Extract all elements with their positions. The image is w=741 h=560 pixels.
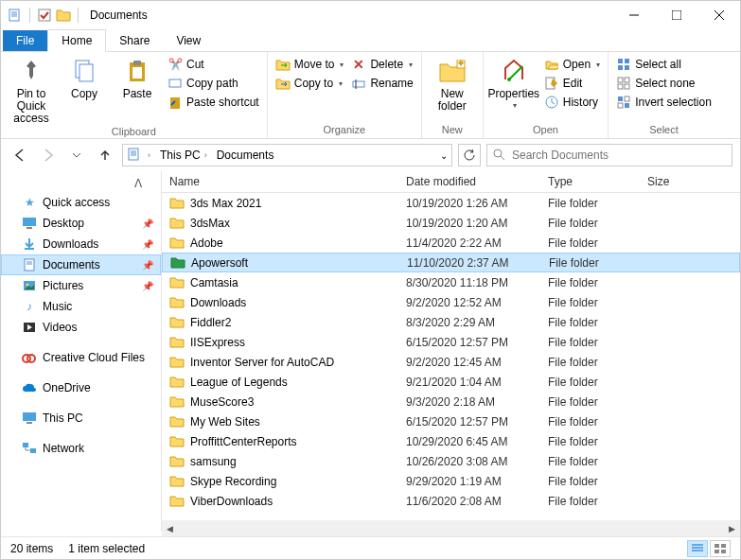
- collapse-nav-icon[interactable]: ᐱ: [1, 177, 161, 192]
- ribbon: Pin to Quick access Copy Paste ✂️Cut Cop…: [1, 52, 740, 139]
- copy-to-button[interactable]: Copy to▾: [273, 75, 346, 92]
- file-row[interactable]: 3dsMax10/19/2020 1:20 AMFile folder: [162, 213, 740, 233]
- nav-up-button[interactable]: [94, 144, 116, 166]
- pin-icon: 📌: [142, 219, 153, 229]
- file-row[interactable]: IISExpress6/15/2020 12:57 PMFile folder: [162, 332, 740, 352]
- svg-rect-23: [618, 59, 623, 63]
- new-folder-button[interactable]: ✦New folder: [428, 56, 477, 113]
- file-row[interactable]: Apowersoft11/10/2020 2:37 AMFile folder: [162, 253, 740, 272]
- file-row[interactable]: ViberDownloads11/6/2020 2:08 AMFile fold…: [162, 491, 740, 511]
- group-label-clipboard: Clipboard: [7, 126, 261, 138]
- invert-selection-button[interactable]: Invert selection: [614, 94, 714, 111]
- qat-properties-icon[interactable]: [7, 7, 24, 24]
- view-details-button[interactable]: [687, 540, 708, 557]
- file-list-area: Name Date modified Type Size 3ds Max 202…: [162, 171, 740, 531]
- copy-button[interactable]: Copy: [60, 56, 109, 100]
- nav-back-button[interactable]: [9, 144, 31, 166]
- properties-button[interactable]: Properties▾: [489, 56, 538, 111]
- delete-button[interactable]: ✕Delete▾: [349, 56, 415, 73]
- file-row[interactable]: MuseScore39/3/2020 2:18 AMFile folder: [162, 392, 740, 411]
- file-row[interactable]: samsung10/26/2020 3:08 AMFile folder: [162, 451, 740, 471]
- scroll-right-icon[interactable]: ▶: [724, 520, 740, 536]
- sidebar-item-music[interactable]: ♪Music: [1, 296, 161, 317]
- search-icon: [493, 149, 506, 162]
- file-type: File folder: [540, 197, 640, 210]
- file-name: Adobe: [190, 236, 223, 250]
- sidebar-item-network[interactable]: Network: [1, 438, 161, 459]
- sidebar-item-documents[interactable]: Documents📌: [1, 254, 161, 275]
- tab-view[interactable]: View: [163, 30, 214, 51]
- svg-rect-4: [39, 9, 50, 21]
- breadcrumb-thispc[interactable]: This PC›: [156, 149, 211, 162]
- header-type[interactable]: Type: [540, 175, 640, 188]
- select-all-button[interactable]: Select all: [614, 56, 714, 73]
- header-size[interactable]: Size: [640, 175, 697, 188]
- file-date: 11/4/2020 2:22 AM: [398, 236, 540, 250]
- file-date: 6/15/2020 12:57 PM: [398, 336, 540, 349]
- address-dropdown-icon[interactable]: ⌄: [440, 150, 448, 161]
- breadcrumb-documents[interactable]: Documents: [213, 149, 278, 162]
- paste-shortcut-button[interactable]: Paste shortcut: [166, 94, 261, 111]
- file-date: 9/3/2020 2:18 AM: [398, 395, 540, 409]
- copy-path-button[interactable]: Copy path: [166, 75, 261, 92]
- move-to-button[interactable]: Move to▾: [273, 56, 346, 73]
- close-button[interactable]: [697, 2, 740, 28]
- file-row[interactable]: Inventor Server for AutoCAD9/2/2020 12:4…: [162, 352, 740, 372]
- select-none-button[interactable]: Select none: [614, 75, 714, 92]
- tab-home[interactable]: Home: [47, 29, 106, 52]
- tab-file[interactable]: File: [3, 30, 47, 51]
- file-row[interactable]: Fiddler28/3/2020 2:29 AMFile folder: [162, 312, 740, 332]
- sidebar-item-quick-access[interactable]: ★Quick access: [1, 192, 161, 213]
- sidebar-item-onedrive[interactable]: OneDrive: [1, 377, 161, 398]
- refresh-button[interactable]: [458, 144, 481, 166]
- edit-button[interactable]: Edit: [542, 75, 602, 92]
- svg-rect-41: [25, 259, 34, 271]
- minimize-button[interactable]: [612, 2, 655, 28]
- address-bar[interactable]: › This PC› Documents ⌄: [122, 144, 452, 166]
- file-row[interactable]: ProffittCenterReports10/29/2020 6:45 AMF…: [162, 431, 740, 451]
- search-box[interactable]: [486, 144, 732, 166]
- sidebar-item-downloads[interactable]: Downloads📌: [1, 234, 161, 254]
- sidebar-item-pictures[interactable]: Pictures📌: [1, 275, 161, 296]
- sidebar-item-thispc[interactable]: This PC: [1, 408, 161, 429]
- pin-quick-access-button[interactable]: Pin to Quick access: [7, 56, 56, 126]
- file-date: 9/29/2020 1:19 AM: [398, 475, 540, 488]
- scroll-left-icon[interactable]: ◀: [162, 520, 178, 536]
- header-date[interactable]: Date modified: [398, 175, 540, 188]
- sidebar-item-desktop[interactable]: Desktop📌: [1, 213, 161, 234]
- svg-rect-32: [625, 96, 629, 101]
- cut-button[interactable]: ✂️Cut: [166, 56, 261, 73]
- file-list[interactable]: 3ds Max 202110/19/2020 1:26 AMFile folde…: [162, 193, 740, 511]
- maximize-button[interactable]: [655, 2, 697, 28]
- file-row[interactable]: My Web Sites6/15/2020 12:57 PMFile folde…: [162, 411, 740, 431]
- file-row[interactable]: Adobe11/4/2020 2:22 AMFile folder: [162, 233, 740, 253]
- search-input[interactable]: [512, 149, 726, 162]
- nav-forward-button[interactable]: [37, 144, 60, 166]
- sidebar-item-videos[interactable]: Videos: [1, 317, 161, 338]
- qat-check-icon[interactable]: [36, 7, 53, 24]
- folder-icon: [169, 414, 185, 429]
- file-row[interactable]: Skype Recording9/29/2020 1:19 AMFile fol…: [162, 471, 740, 491]
- file-name: samsung: [190, 455, 237, 468]
- rename-button[interactable]: Rename: [349, 75, 415, 92]
- tab-share[interactable]: Share: [106, 30, 163, 51]
- file-date: 9/2/2020 12:45 AM: [398, 356, 540, 369]
- svg-rect-16: [353, 81, 364, 87]
- file-row[interactable]: Downloads9/2/2020 12:52 AMFile folder: [162, 292, 740, 312]
- horizontal-scrollbar[interactable]: ◀ ▶: [162, 520, 740, 536]
- svg-point-20: [507, 78, 511, 81]
- file-row[interactable]: League of Legends9/21/2020 1:04 AMFile f…: [162, 372, 740, 392]
- paste-button[interactable]: Paste: [113, 56, 162, 100]
- sidebar-item-creative-cloud[interactable]: Creative Cloud Files: [1, 347, 161, 368]
- open-button[interactable]: Open▾: [542, 56, 602, 73]
- file-row[interactable]: Camtasia8/30/2020 11:18 PMFile folder: [162, 272, 740, 292]
- history-button[interactable]: History: [542, 94, 602, 111]
- address-row: › This PC› Documents ⌄: [1, 139, 740, 171]
- file-row[interactable]: 3ds Max 202110/19/2020 1:26 AMFile folde…: [162, 193, 740, 213]
- file-date: 11/10/2020 2:37 AM: [399, 256, 541, 270]
- file-name: Fiddler2: [190, 316, 231, 329]
- view-large-icons-button[interactable]: [710, 540, 731, 557]
- svg-rect-49: [23, 412, 36, 421]
- header-name[interactable]: Name: [162, 175, 398, 188]
- nav-recent-button[interactable]: [65, 144, 88, 166]
